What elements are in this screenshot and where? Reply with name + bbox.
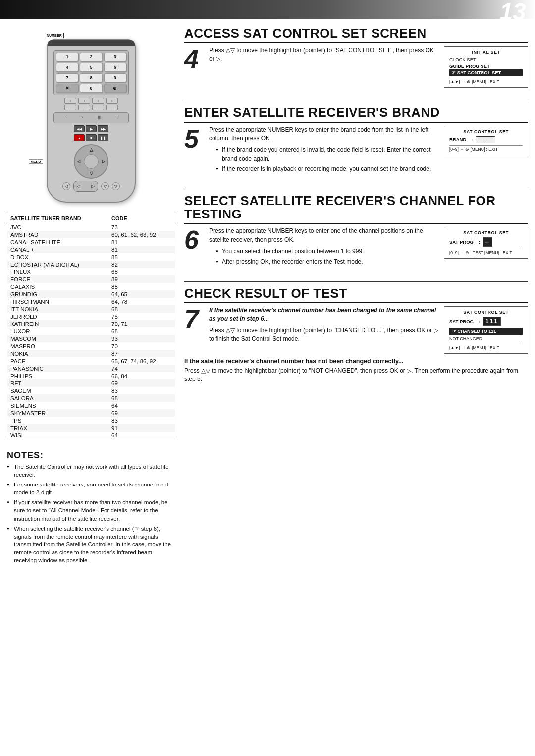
right-column: ACCESS SAT CONTROL SET SCREEN 4 Press △▽… bbox=[184, 27, 528, 566]
step-6-text: Press the appropriate NUMBER keys to ent… bbox=[209, 227, 439, 269]
step-7-content-screen: If the satellite receiver's channel numb… bbox=[209, 306, 528, 354]
table-row: JVC73 bbox=[7, 223, 175, 231]
brand-table: SATELLITE TUNER BRAND CODE JVC73AMSTRAD6… bbox=[7, 214, 175, 439]
section-4-step-row: 4 Press △▽ to move the highlight bar (po… bbox=[184, 46, 528, 88]
brand-cell: HIRSCHMANN bbox=[7, 298, 108, 305]
btn-rewind[interactable]: ◀◀ bbox=[74, 125, 85, 132]
step-4-text: Press △▽ to move the highlight bar (poin… bbox=[209, 46, 439, 63]
vol-plus-mid[interactable]: + bbox=[78, 98, 90, 104]
brand-cell: SIEMENS bbox=[7, 402, 108, 409]
table-row: PACE65, 67, 74, 86, 92 bbox=[7, 357, 175, 365]
btn-rec[interactable]: ● bbox=[74, 134, 85, 141]
section-7: CHECK RESULT OF TEST 7 If the satellite … bbox=[184, 287, 528, 384]
section-4-heading: ACCESS SAT CONTROL SET SCREEN bbox=[184, 27, 528, 43]
btn-0[interactable]: 0 bbox=[80, 84, 102, 93]
table-row: HIRSCHMANN64, 78 bbox=[7, 298, 175, 305]
btn-x[interactable]: ✕ bbox=[56, 84, 78, 93]
brand-cell: NOKIA bbox=[7, 350, 108, 357]
brand-cell: JVC bbox=[7, 223, 108, 231]
step-5-num: 5 bbox=[184, 126, 203, 152]
btn-nav-right[interactable]: ▽ bbox=[101, 182, 109, 190]
btn-nav-down[interactable]: ▽ bbox=[112, 182, 120, 190]
brand-cell: CANAL + bbox=[7, 246, 108, 253]
brand-cell: AMSTRAD bbox=[7, 231, 108, 238]
icon-question: ? bbox=[81, 115, 83, 119]
code-cell: 75 bbox=[108, 313, 175, 320]
notes-section: NOTES: The Satellite Controller may not … bbox=[7, 450, 175, 566]
vol-minus-right[interactable]: − bbox=[92, 105, 104, 110]
section-6-heading: SELECT SATELLITE RECEIVER'S CHANNEL FOR … bbox=[184, 194, 528, 224]
section-4: ACCESS SAT CONTROL SET SCREEN 4 Press △▽… bbox=[184, 27, 528, 88]
vol-block-right: + − bbox=[92, 98, 104, 110]
table-row: LUXOR68 bbox=[7, 327, 175, 335]
brand-cell: GRUNDIG bbox=[7, 290, 108, 298]
nav-left: ◁ bbox=[77, 159, 80, 164]
screen-7-title: SAT CONTROL SET bbox=[449, 310, 523, 315]
btn-1[interactable]: 1 bbox=[56, 53, 78, 61]
brand-cell: KATHREIN bbox=[7, 320, 108, 327]
vol-plus-left[interactable]: + bbox=[64, 98, 76, 104]
screen-5-brand-label: BRAND bbox=[449, 137, 466, 142]
nav-up: △ bbox=[90, 147, 93, 152]
step-5-bullet-1: If the brand code you entered is invalid… bbox=[216, 146, 439, 163]
vol-minus-far[interactable]: − bbox=[106, 105, 118, 110]
btn-pause[interactable]: ❚❚ bbox=[98, 134, 108, 141]
code-cell: 68 bbox=[108, 327, 175, 335]
btn-9[interactable]: 9 bbox=[104, 73, 126, 82]
brand-cell: PACE bbox=[7, 357, 108, 365]
nav-inner-circle bbox=[84, 154, 99, 169]
screen-4-row-guide: GUIDE PROG SET bbox=[449, 63, 523, 69]
btn-play[interactable]: ▶ bbox=[86, 125, 97, 132]
code-cell: 66, 84 bbox=[108, 372, 175, 379]
vol-plus-far[interactable]: + bbox=[106, 98, 118, 104]
brand-cell: FORCE bbox=[7, 275, 108, 283]
step-5-bullets: If the brand code you entered is invalid… bbox=[209, 146, 439, 173]
divider-2 bbox=[184, 189, 528, 189]
mid-section: ⊙ ? ||| ⊕ bbox=[54, 112, 129, 123]
btn-7[interactable]: 7 bbox=[56, 73, 78, 82]
section-7-step-row: 7 If the satellite receiver's channel nu… bbox=[184, 306, 528, 354]
brand-cell: ITT NOKIA bbox=[7, 305, 108, 313]
code-cell: 64, 78 bbox=[108, 298, 175, 305]
table-row: ECHOSTAR (VIA DIGITAL)82 bbox=[7, 261, 175, 268]
brand-cell: CANAL SATELLITE bbox=[7, 238, 108, 246]
brand-cell: JERROLD bbox=[7, 313, 108, 320]
vol-plus-right[interactable]: + bbox=[92, 98, 104, 104]
vol-minus-left[interactable]: − bbox=[64, 105, 76, 110]
brand-table-wrapper: SATELLITE TUNER BRAND CODE JVC73AMSTRAD6… bbox=[7, 214, 175, 439]
btn-nav-bigbar[interactable]: ◁ ▷ bbox=[73, 181, 98, 192]
code-cell: 87 bbox=[108, 350, 175, 357]
code-cell: 91 bbox=[108, 424, 175, 432]
btn-5[interactable]: 5 bbox=[80, 63, 102, 72]
btn-fwd[interactable]: ▶▶ bbox=[98, 125, 108, 132]
divider-3 bbox=[184, 281, 528, 282]
vol-block-left: + − bbox=[64, 98, 76, 110]
btn-3[interactable]: 3 bbox=[104, 53, 126, 61]
screen-5-brand-row: BRAND : —— bbox=[449, 136, 523, 143]
btn-2[interactable]: 2 bbox=[80, 53, 102, 61]
table-row: FORCE89 bbox=[7, 275, 175, 283]
code-cell: 70 bbox=[108, 342, 175, 350]
screen-4-row-sat: ☞ SAT CONTROL SET bbox=[449, 69, 523, 76]
brand-cell: FINLUX bbox=[7, 268, 108, 275]
table-row: AMSTRAD60, 61, 62, 63, 92 bbox=[7, 231, 175, 238]
code-cell: 68 bbox=[108, 394, 175, 402]
btn-4[interactable]: 4 bbox=[56, 63, 78, 72]
brand-cell: TPS bbox=[7, 417, 108, 424]
btn-circle[interactable]: ⊕ bbox=[104, 84, 126, 93]
btn-stop[interactable]: ■ bbox=[86, 134, 97, 141]
btn-8[interactable]: 8 bbox=[80, 73, 102, 82]
vol-minus-mid[interactable]: − bbox=[78, 105, 90, 110]
code-cell: 83 bbox=[108, 417, 175, 424]
screen-5-footer: [0–9] → ⊛ [MENU] : EXIT bbox=[449, 145, 523, 152]
step-7-body: Press △▽ to move the highlight bar (poin… bbox=[209, 327, 438, 342]
screen-4-row-clock: CLOCK SET bbox=[449, 56, 523, 63]
nav-bar-left: ◁ bbox=[77, 184, 80, 189]
code-cell: 69 bbox=[108, 379, 175, 387]
code-cell: 81 bbox=[108, 246, 175, 253]
brand-cell: WISI bbox=[7, 432, 108, 439]
btn-nav-left[interactable]: ◁ bbox=[62, 182, 70, 190]
remote-illustration: NUMBER 1 2 3 4 5 6 7 8 9 ✕ bbox=[7, 27, 175, 207]
btn-6[interactable]: 6 bbox=[104, 63, 126, 72]
brand-cell: PHILIPS bbox=[7, 372, 108, 379]
